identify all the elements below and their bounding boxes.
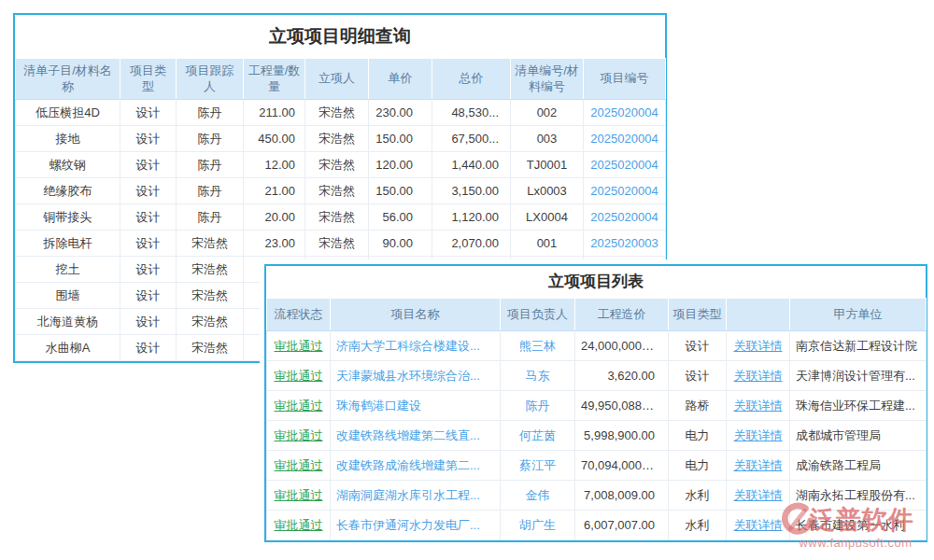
- tracker-cell: 宋浩然: [177, 309, 244, 335]
- project-name-link[interactable]: 济南大学工科综合楼建设...: [331, 331, 501, 361]
- tracker-cell: 陈丹: [177, 152, 244, 178]
- table-row: 审批通过改建铁路成渝线增建第二...蔡江平70,094,000.00电力关联详情…: [267, 451, 927, 481]
- status-link[interactable]: 审批通过: [267, 481, 331, 511]
- project-number-link[interactable]: 2025020003: [584, 231, 666, 257]
- project-type-cell: 设计: [120, 100, 177, 126]
- client-cell: 湖南永拓工程股份有...: [790, 481, 927, 511]
- column-header: 总价: [432, 59, 511, 100]
- status-link[interactable]: 审批通过: [267, 331, 331, 361]
- project-number-link[interactable]: 2025020004: [584, 126, 666, 152]
- manager-link[interactable]: 熊三林: [501, 331, 575, 361]
- unit-price-cell: 150.00: [369, 178, 432, 204]
- cost-cell: 24,000,000.00: [575, 331, 669, 361]
- material-name-cell: 绝缘胶布: [16, 178, 120, 204]
- relation-detail-link[interactable]: 关联详情: [727, 391, 790, 421]
- project-type-cell: 设计: [120, 283, 177, 309]
- quantity-cell: 20.00: [244, 204, 305, 231]
- column-header: 工程造价: [575, 299, 669, 331]
- initiator-cell: 宋浩然: [305, 204, 369, 231]
- project-number-link[interactable]: 2025020004: [584, 152, 666, 178]
- cost-cell: 3,620.00: [575, 361, 669, 391]
- list-code-cell: 002: [511, 100, 584, 126]
- column-header: 流程状态: [267, 299, 331, 331]
- relation-detail-link[interactable]: 关联详情: [727, 511, 790, 540]
- tracker-cell: 陈丹: [177, 100, 244, 126]
- project-type-cell: 设计: [120, 204, 177, 231]
- project-number-link[interactable]: 2025020004: [584, 178, 666, 204]
- client-cell: 长春市建设第一水利: [790, 511, 927, 540]
- total-price-cell: 48,530...: [432, 100, 511, 126]
- relation-detail-link[interactable]: 关联详情: [727, 331, 790, 361]
- status-link[interactable]: 审批通过: [267, 421, 331, 451]
- relation-detail-link[interactable]: 关联详情: [727, 451, 790, 481]
- manager-link[interactable]: 蔡江平: [501, 451, 575, 481]
- initiator-cell: 宋浩然: [305, 152, 369, 178]
- table-row: 铜带接头设计陈丹20.00宋浩然56.001,120.00LX000420250…: [16, 204, 666, 231]
- column-header: 立项人: [305, 59, 369, 100]
- project-name-link[interactable]: 天津蒙城县水环境综合治...: [331, 361, 501, 391]
- material-name-cell: 水曲柳A: [16, 335, 120, 361]
- project-name-link[interactable]: 珠海鹤港口建设: [331, 391, 501, 421]
- client-cell: 南京信达新工程设计院: [790, 331, 927, 361]
- project-name-link[interactable]: 湖南洞庭湖水库引水工程...: [331, 481, 501, 511]
- type-cell: 设计: [669, 331, 727, 361]
- manager-link[interactable]: 马东: [501, 361, 575, 391]
- column-header: 工程量/数量: [244, 59, 305, 100]
- relation-detail-link[interactable]: 关联详情: [727, 361, 790, 391]
- quantity-cell: 23.00: [244, 231, 305, 257]
- column-header: 项目负责人: [501, 299, 575, 331]
- list-code-cell: LX0004: [511, 204, 584, 231]
- type-cell: 路桥: [669, 391, 727, 421]
- manager-link[interactable]: 陈丹: [501, 391, 575, 421]
- type-cell: 设计: [669, 361, 727, 391]
- manager-link[interactable]: 何芷茵: [501, 421, 575, 451]
- quantity-cell: 21.00: [244, 178, 305, 204]
- total-price-cell: 3,150.00: [432, 178, 511, 204]
- relation-detail-link[interactable]: 关联详情: [727, 481, 790, 511]
- relation-detail-link[interactable]: 关联详情: [727, 421, 790, 451]
- status-link[interactable]: 审批通过: [267, 391, 331, 421]
- column-header: 项目编号: [584, 59, 666, 100]
- type-cell: 水利: [669, 511, 727, 540]
- manager-link[interactable]: 金伟: [501, 481, 575, 511]
- client-cell: 天津博润设计管理有...: [790, 361, 927, 391]
- project-name-link[interactable]: 改建铁路线增建第二线直...: [331, 421, 501, 451]
- unit-price-cell: 56.00: [369, 204, 432, 231]
- total-price-cell: 1,120.00: [432, 204, 511, 231]
- material-name-cell: 挖土: [16, 257, 120, 283]
- manager-link[interactable]: 胡广生: [501, 511, 575, 540]
- project-number-link[interactable]: 2025020004: [584, 100, 666, 126]
- quantity-cell: 450.00: [244, 126, 305, 152]
- status-link[interactable]: 审批通过: [267, 511, 331, 540]
- column-header: 项目类型: [120, 59, 177, 100]
- list-table-title: 立项项目列表: [266, 266, 926, 298]
- column-header: 甲方单位: [790, 299, 927, 331]
- tracker-cell: 宋浩然: [177, 257, 244, 283]
- status-link[interactable]: 审批通过: [267, 361, 331, 391]
- material-name-cell: 北海道黄杨: [16, 309, 120, 335]
- column-header: 项目跟踪人: [177, 59, 244, 100]
- table-row: 审批通过改建铁路线增建第二线直...何芷茵5,998,900.00电力关联详情成…: [267, 421, 927, 451]
- tracker-cell: 陈丹: [177, 204, 244, 231]
- type-cell: 电力: [669, 421, 727, 451]
- list-code-cell: Lx0003: [511, 178, 584, 204]
- cost-cell: 7,008,009.00: [575, 481, 669, 511]
- material-name-cell: 围墙: [16, 283, 120, 309]
- project-name-link[interactable]: 长春市伊通河水力发电厂...: [331, 511, 501, 540]
- status-link[interactable]: 审批通过: [267, 451, 331, 481]
- cost-cell: 70,094,000.00: [575, 451, 669, 481]
- project-type-cell: 设计: [120, 335, 177, 361]
- tracker-cell: 宋浩然: [177, 283, 244, 309]
- list-code-cell: TJ0001: [511, 152, 584, 178]
- project-type-cell: 设计: [120, 152, 177, 178]
- project-number-link[interactable]: 2025020004: [584, 204, 666, 231]
- unit-price-cell: 150.00: [369, 126, 432, 152]
- column-header: [727, 299, 790, 331]
- material-name-cell: 低压横担4D: [16, 100, 120, 126]
- table-row: 审批通过天津蒙城县水环境综合治...马东3,620.00设计关联详情天津博润设计…: [267, 361, 927, 391]
- project-type-cell: 设计: [120, 178, 177, 204]
- column-header: 单价: [369, 59, 432, 100]
- total-price-cell: 1,440.00: [432, 152, 511, 178]
- project-name-link[interactable]: 改建铁路成渝线增建第二...: [331, 451, 501, 481]
- quantity-cell: 211.00: [244, 100, 305, 126]
